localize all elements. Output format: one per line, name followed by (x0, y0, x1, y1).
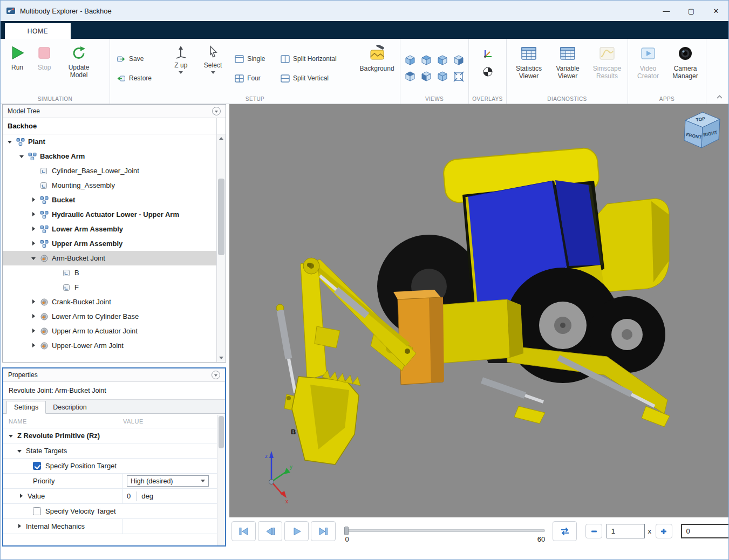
priority-dropdown[interactable]: High (desired) (127, 475, 209, 487)
expand-arrow-icon[interactable] (30, 211, 38, 218)
collapse-arrow-icon[interactable] (6, 138, 14, 146)
expand-arrow-icon[interactable] (30, 313, 38, 320)
view-cube-button[interactable] (452, 53, 466, 68)
speed-increase-button[interactable] (656, 524, 672, 538)
statistics-viewer-button[interactable]: Statistics Viewer (509, 43, 549, 80)
speed-decrease-button[interactable] (585, 524, 602, 538)
cube-top-label[interactable]: TOP (696, 116, 706, 122)
row-internal-mechanics[interactable]: Internal Mechanics (3, 519, 217, 534)
update-model-button[interactable]: Update Model (58, 43, 100, 79)
tree-item-cylinder-base-lower-joint[interactable]: Cylinder_Base_Lower_Joint (3, 163, 216, 178)
tree-scrollbar[interactable] (216, 118, 226, 362)
collapse-arrow-icon[interactable] (30, 255, 38, 262)
simscape-results-button[interactable]: Simscape Results (587, 43, 628, 80)
row-state-targets[interactable]: State Targets (3, 443, 217, 459)
expand-arrow-icon[interactable] (30, 342, 38, 350)
expand-arrow-icon[interactable] (30, 196, 38, 204)
stop-button[interactable]: Stop (31, 43, 58, 71)
viewport-3d[interactable]: B TOP FRONT RIGHT z y x (229, 104, 729, 517)
run-button[interactable]: Run (4, 43, 31, 71)
collapse-arrow-icon[interactable] (8, 433, 15, 439)
tree-item-crank-bucket-joint[interactable]: Crank-Bucket Joint (3, 295, 216, 309)
skip-to-start-button[interactable] (231, 521, 256, 541)
view-cube-button[interactable] (403, 53, 418, 68)
value-unit[interactable]: deg (141, 492, 153, 500)
expand-arrow-icon[interactable] (30, 226, 38, 233)
simscape-results-label: Simscape Results (590, 65, 624, 80)
camera-manager-button[interactable]: Camera Manager (666, 43, 705, 80)
play-button[interactable] (284, 521, 309, 541)
loop-button[interactable] (553, 521, 577, 541)
view-cube-button[interactable] (419, 70, 434, 84)
window-title: Multibody Explorer - Backhoe (20, 7, 112, 15)
save-button[interactable]: Save (114, 52, 166, 65)
tree-item-lower-arm-to-cylinder-base[interactable]: Lower Arm to Cylinder Base (3, 309, 216, 324)
view-cube-button[interactable] (403, 70, 418, 84)
panel-menu-icon[interactable] (212, 107, 221, 115)
current-time-input[interactable]: 0 (681, 524, 729, 538)
split-horizontal-button[interactable]: Split Horizontal (278, 52, 352, 65)
view-cube-button[interactable] (419, 53, 434, 68)
variable-viewer-button[interactable]: Variable Viewer (549, 43, 587, 80)
collapse-ribbon-icon (716, 94, 723, 99)
tree-item-upper-arm-assembly[interactable]: Upper Arm Assembly (3, 236, 216, 251)
tab-settings[interactable]: Settings (6, 401, 46, 414)
scrollbar-thumb[interactable] (219, 416, 224, 448)
specify-velocity-checkbox[interactable] (33, 507, 41, 515)
video-creator-button[interactable]: Video Creator (630, 43, 666, 80)
select-button[interactable]: Select (196, 43, 229, 74)
tree-item-backhoe-arm[interactable]: Backhoe Arm (3, 149, 216, 163)
tree-item-arm-bucket-joint[interactable]: Arm-Bucket Joint (3, 251, 216, 265)
tree-item-hydraulic-actuator[interactable]: Hydraulic Actuator Lower - Upper Arm (3, 207, 216, 222)
view-cube-button[interactable] (435, 53, 450, 68)
scroll-up-icon[interactable] (217, 134, 226, 142)
split-vertical-button[interactable]: Split Vertical (278, 72, 352, 85)
time-slider[interactable]: 0 60 (344, 521, 546, 546)
close-button[interactable]: ✕ (704, 1, 728, 21)
collapse-ribbon-button[interactable] (716, 92, 723, 101)
four-view-button[interactable]: Four (233, 72, 278, 85)
tab-home[interactable]: HOME (5, 23, 71, 39)
expand-arrow-icon[interactable] (30, 240, 38, 248)
tree-item-bucket[interactable]: Bucket (3, 193, 216, 207)
view-cube-button[interactable] (435, 70, 450, 84)
value-number[interactable]: 0 (127, 492, 131, 500)
scrollbar-thumb[interactable] (218, 179, 224, 255)
collapse-arrow-icon[interactable] (17, 448, 23, 454)
tab-description[interactable]: Description (46, 401, 94, 413)
tree-root[interactable]: Backhoe (3, 118, 216, 134)
z-up-button[interactable]: Z up (166, 43, 196, 74)
background-button[interactable]: Background (354, 43, 400, 72)
expand-arrow-icon[interactable] (30, 327, 38, 335)
properties-scrollbar[interactable] (217, 415, 225, 545)
slider-thumb[interactable] (344, 527, 349, 535)
tree-item-lower-arm-assembly[interactable]: Lower Arm Assembly (3, 222, 216, 236)
fit-view-button[interactable] (452, 70, 466, 84)
expand-arrow-icon[interactable] (30, 298, 38, 306)
panel-menu-icon[interactable] (212, 371, 220, 379)
tree-item-mounting-assembly[interactable]: Mounting_Assembly (3, 178, 216, 193)
tree-item-plant[interactable]: Plant (3, 134, 216, 149)
section-label-overlays: OVERLAYS (469, 96, 506, 102)
collapse-arrow-icon[interactable] (18, 153, 26, 160)
expand-arrow-icon[interactable] (17, 523, 23, 530)
step-back-button[interactable] (258, 521, 282, 541)
step-forward-button[interactable] (311, 521, 335, 541)
tree-item-frame-f[interactable]: F (3, 280, 216, 295)
single-view-button[interactable]: Single (233, 52, 278, 65)
restore-button[interactable]: Restore (114, 72, 166, 85)
row-z-revolute-primitive[interactable]: Z Revolute Primitive (Rz) (3, 428, 217, 443)
frame-overlay-button[interactable] (480, 45, 495, 60)
scroll-down-icon[interactable] (217, 354, 226, 362)
view-cube[interactable]: TOP FRONT RIGHT (684, 112, 720, 148)
maximize-button[interactable]: ▢ (679, 1, 704, 21)
expand-arrow-icon[interactable] (18, 493, 25, 500)
speed-input[interactable]: 1 (607, 524, 645, 538)
tree-item-frame-b[interactable]: B (3, 265, 216, 280)
specify-position-checkbox[interactable] (33, 462, 41, 470)
tree-item-upper-lower-arm-joint[interactable]: Upper-Lower Arm Joint (3, 338, 216, 353)
tree-item-upper-arm-to-actuator-joint[interactable]: Upper Arm to Actuator Joint (3, 324, 216, 338)
slider-track[interactable] (344, 529, 546, 532)
minimize-button[interactable]: — (654, 1, 679, 21)
com-overlay-button[interactable] (480, 64, 495, 79)
